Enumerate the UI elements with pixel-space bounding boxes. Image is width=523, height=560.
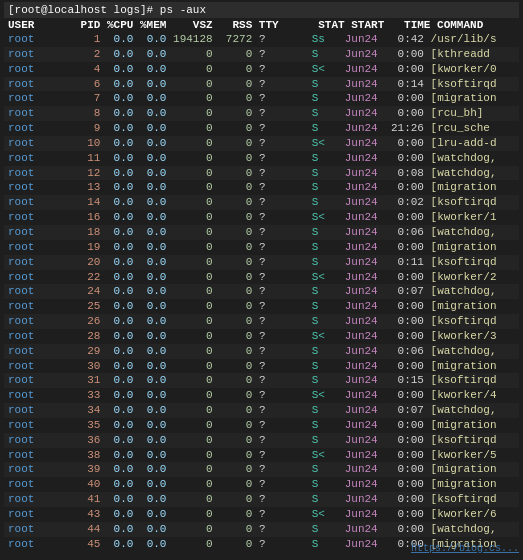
col-stat: S [312,226,345,238]
col-mem: 0.0 [133,92,166,104]
col-start: Jun24 [345,315,391,327]
col-vsz: 0 [166,478,212,490]
col-cmd: [ksoftirqd [424,196,497,208]
col-mem: 0.0 [133,449,166,461]
col-vsz: 0 [166,137,212,149]
col-pid: 25 [61,300,101,312]
col-cpu: 0.0 [100,419,133,431]
col-cpu: 0.0 [100,137,133,149]
col-pid: 44 [61,523,101,535]
col-time: 0:00 [391,315,424,327]
col-vsz: 0 [166,449,212,461]
col-stat: S [312,360,345,372]
col-user: root [8,345,61,357]
col-mem: 0.0 [133,360,166,372]
col-start: Jun24 [345,92,391,104]
col-mem: 0.0 [133,241,166,253]
col-cmd: [migration [424,181,497,193]
col-tty: ? [259,508,312,520]
table-row: root 41 0.0 0.0 0 0 ? S Jun24 0:00 [ksof… [4,492,519,507]
col-time: 0:08 [391,167,424,179]
col-cmd: [kthreadd [424,48,490,60]
col-user: root [8,271,61,283]
col-stat: S [312,241,345,253]
col-pid: 9 [61,122,101,134]
col-time: 0:00 [391,271,424,283]
col-vsz: 0 [166,152,212,164]
col-tty: ? [259,92,312,104]
col-user: root [8,226,61,238]
col-pid: 43 [61,508,101,520]
col-start: Jun24 [345,137,391,149]
col-stat: S [312,374,345,386]
col-rss: 0 [213,167,253,179]
col-cpu: 0.0 [100,271,133,283]
col-vsz: 0 [166,122,212,134]
col-user: root [8,419,61,431]
col-mem: 0.0 [133,48,166,60]
col-start: Jun24 [345,196,391,208]
col-rss: 0 [213,360,253,372]
col-stat: S [312,493,345,505]
col-tty: ? [259,122,312,134]
col-vsz: 0 [166,374,212,386]
col-user: root [8,404,61,416]
col-time: 0:11 [391,256,424,268]
col-cpu: 0.0 [100,345,133,357]
col-stat: S [312,478,345,490]
table-row: root 9 0.0 0.0 0 0 ? S Jun24 21:26 [rcu_… [4,121,519,136]
col-cmd: [migration [424,478,497,490]
col-time: 0:00 [391,419,424,431]
col-user: root [8,374,61,386]
col-cmd: [migration [424,360,497,372]
col-rss: 0 [213,181,253,193]
col-cpu: 0.0 [100,404,133,416]
col-start: Jun24 [345,285,391,297]
col-time: 21:26 [391,122,424,134]
col-time: 0:06 [391,226,424,238]
table-row: root 10 0.0 0.0 0 0 ? S< Jun24 0:00 [lru… [4,136,519,151]
col-time: 0:00 [391,493,424,505]
col-stat: S [312,152,345,164]
col-tty: ? [259,330,312,342]
col-pid: 7 [61,92,101,104]
col-pid: 30 [61,360,101,372]
col-cmd: [migration [424,92,497,104]
col-start: Jun24 [345,181,391,193]
col-mem: 0.0 [133,285,166,297]
col-mem: 0.0 [133,523,166,535]
col-user: root [8,63,61,75]
col-start: Jun24 [345,449,391,461]
table-row: root 43 0.0 0.0 0 0 ? S< Jun24 0:00 [kwo… [4,507,519,522]
col-start: Jun24 [345,107,391,119]
col-rss: 0 [213,419,253,431]
col-start: Jun24 [345,167,391,179]
table-row: root 13 0.0 0.0 0 0 ? S Jun24 0:00 [migr… [4,180,519,195]
col-vsz: 0 [166,434,212,446]
col-rss: 0 [213,508,253,520]
col-stat: S [312,48,345,60]
col-rss: 0 [213,404,253,416]
col-start: Jun24 [345,78,391,90]
col-user: root [8,434,61,446]
col-vsz: 0 [166,389,212,401]
col-cmd: [watchdog, [424,226,497,238]
col-cmd: [kworker/2 [424,271,497,283]
col-rss: 0 [213,523,253,535]
col-pid: 34 [61,404,101,416]
col-rss: 0 [213,241,253,253]
col-user: root [8,315,61,327]
col-cmd: [kworker/4 [424,389,497,401]
col-tty: ? [259,181,312,193]
col-mem: 0.0 [133,181,166,193]
col-stat: S [312,434,345,446]
table-row: root 31 0.0 0.0 0 0 ? S Jun24 0:15 [ksof… [4,373,519,388]
col-pid: 2 [61,48,101,60]
col-stat: S [312,315,345,327]
col-user: root [8,256,61,268]
col-tty: ? [259,360,312,372]
col-vsz: 0 [166,330,212,342]
col-time: 0:00 [391,137,424,149]
col-tty: ? [259,256,312,268]
col-mem: 0.0 [133,374,166,386]
